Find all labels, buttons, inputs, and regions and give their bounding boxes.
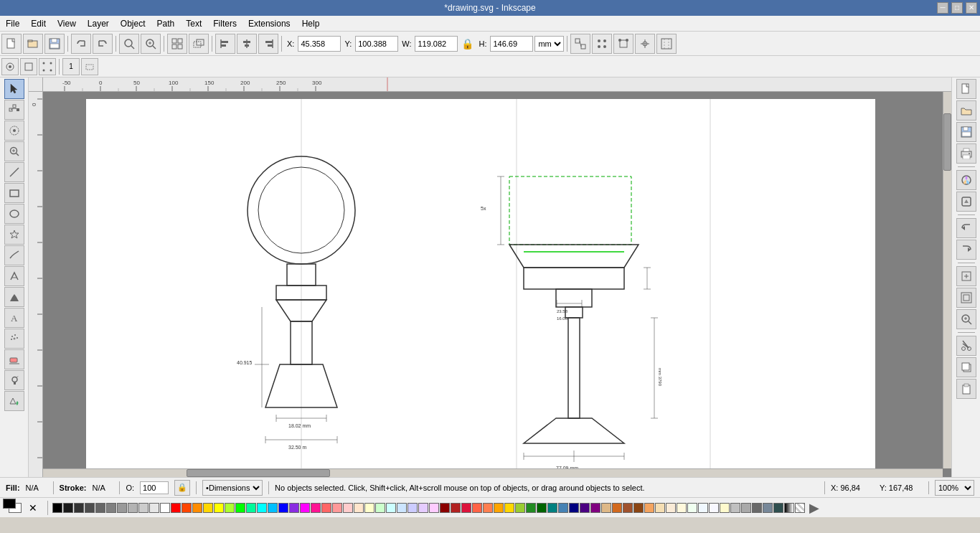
rp-zoom-fit-button[interactable] <box>956 266 976 286</box>
color-swatch[interactable] <box>364 503 374 513</box>
canvas-area[interactable]: -50 0 50 100 150 200 250 300 <box>29 77 951 477</box>
color-swatch[interactable] <box>623 503 633 513</box>
color-swatch[interactable] <box>74 503 84 513</box>
snap-bbox-button[interactable] <box>20 58 37 75</box>
color-navy[interactable] <box>569 503 579 513</box>
text-tool[interactable]: A <box>4 308 24 328</box>
color-swatch[interactable] <box>386 503 396 513</box>
rp-zoom-in-button[interactable] <box>956 309 976 329</box>
menu-help[interactable]: Help <box>296 16 326 31</box>
view-outline-button[interactable] <box>81 58 98 75</box>
color-swatch[interactable] <box>128 503 138 513</box>
selector-tool[interactable] <box>4 79 24 99</box>
print-button[interactable] <box>956 143 976 164</box>
color-swatch[interactable] <box>504 503 514 513</box>
color-blue[interactable] <box>278 503 288 513</box>
color-swatch[interactable] <box>268 503 278 513</box>
close-button[interactable]: ✕ <box>966 2 977 14</box>
w-input[interactable] <box>415 36 458 52</box>
pen-tool[interactable] <box>4 266 24 286</box>
scrollbar-vertical[interactable] <box>943 92 951 468</box>
color-black[interactable] <box>52 503 62 513</box>
zoom-select[interactable]: 100% 50% 200% <box>935 480 974 496</box>
color-swatch[interactable] <box>429 503 439 513</box>
open-file-button[interactable] <box>956 100 976 121</box>
open-button[interactable] <box>23 34 43 54</box>
color-swatch[interactable] <box>182 503 192 513</box>
color-swatch[interactable] <box>461 503 471 513</box>
color-swatch[interactable] <box>612 503 622 513</box>
color-swatch[interactable] <box>117 503 127 513</box>
color-yellow[interactable] <box>214 503 224 513</box>
color-swatch[interactable] <box>203 503 213 513</box>
menu-view[interactable]: View <box>52 16 82 31</box>
rp-copy-button[interactable] <box>956 357 976 377</box>
color-darkgreen[interactable] <box>537 503 547 513</box>
color-swatch[interactable] <box>246 503 256 513</box>
y-input[interactable] <box>355 36 398 52</box>
transform-button[interactable] <box>570 34 590 54</box>
color-swatch[interactable] <box>332 503 342 513</box>
color-swatch[interactable] <box>418 503 428 513</box>
measure-tool[interactable] <box>4 162 24 182</box>
star-tool[interactable] <box>4 225 24 245</box>
color-swatch[interactable] <box>192 503 202 513</box>
color-swatch[interactable] <box>85 503 95 513</box>
ungroup-button[interactable] <box>189 34 209 54</box>
fill-indicator-box[interactable] <box>3 499 16 509</box>
tweak-tool[interactable] <box>4 121 24 141</box>
eraser-tool[interactable] <box>4 349 24 369</box>
menu-layer[interactable]: Layer <box>82 16 115 31</box>
canvas[interactable]: 40.915 18.02 mm 32.50 m <box>43 92 943 468</box>
color-swatch[interactable] <box>138 503 149 513</box>
menu-file[interactable]: File <box>0 16 25 31</box>
color-orange[interactable] <box>494 503 504 513</box>
color-swatch[interactable] <box>773 503 783 513</box>
color-swatch[interactable] <box>687 503 697 513</box>
color-swatch[interactable] <box>407 503 418 513</box>
color-indigo[interactable] <box>580 503 590 513</box>
save-button[interactable] <box>44 34 65 54</box>
menu-filters[interactable]: Filters <box>207 16 242 31</box>
color-steelblue[interactable] <box>558 503 568 513</box>
rect-tool[interactable] <box>4 183 24 203</box>
color-swatch[interactable] <box>515 503 525 513</box>
calligraphy-tool[interactable] <box>4 287 24 307</box>
color-swatch[interactable] <box>601 503 611 513</box>
color-swatch[interactable] <box>397 503 407 513</box>
snap-enable-button[interactable] <box>1 58 19 75</box>
new-file-button[interactable] <box>956 79 976 99</box>
color-swatch[interactable] <box>677 503 687 513</box>
circle-tool[interactable] <box>4 204 24 224</box>
color-swatch[interactable] <box>95 503 105 513</box>
snap-button[interactable] <box>592 34 612 54</box>
color-gradient-swatch[interactable] <box>784 503 794 513</box>
save-file-button[interactable] <box>956 122 976 142</box>
color-swatch[interactable] <box>63 503 73 513</box>
color-silver[interactable] <box>730 503 740 513</box>
layer-select[interactable]: •Dimensions Layer 1 <box>202 480 263 496</box>
snap2-button[interactable] <box>613 34 633 54</box>
scrollbar-horizontal[interactable] <box>43 468 943 477</box>
color-swatch[interactable] <box>311 503 321 513</box>
color-swatch[interactable] <box>655 503 665 513</box>
color-swatch[interactable] <box>472 503 482 513</box>
color-teal[interactable] <box>547 503 557 513</box>
color-swatch[interactable] <box>709 503 719 513</box>
menu-object[interactable]: Object <box>115 16 151 31</box>
view-display-button[interactable]: 1 <box>62 58 80 75</box>
redo-button[interactable] <box>93 34 113 54</box>
color-magenta[interactable] <box>300 503 310 513</box>
color-swatch[interactable] <box>321 503 331 513</box>
rp-redo-button[interactable] <box>956 240 976 260</box>
color-green[interactable] <box>235 503 245 513</box>
color-purple[interactable] <box>590 503 600 513</box>
x-input[interactable] <box>298 36 341 52</box>
align-center-button[interactable] <box>237 34 257 54</box>
color-swatch[interactable] <box>644 503 654 513</box>
align-right-button[interactable] <box>258 34 278 54</box>
color-swatch[interactable] <box>289 503 299 513</box>
color-swatch[interactable] <box>741 503 751 513</box>
scrollbar-thumb-h[interactable] <box>187 469 330 477</box>
paintbucket-tool[interactable] <box>4 391 24 411</box>
